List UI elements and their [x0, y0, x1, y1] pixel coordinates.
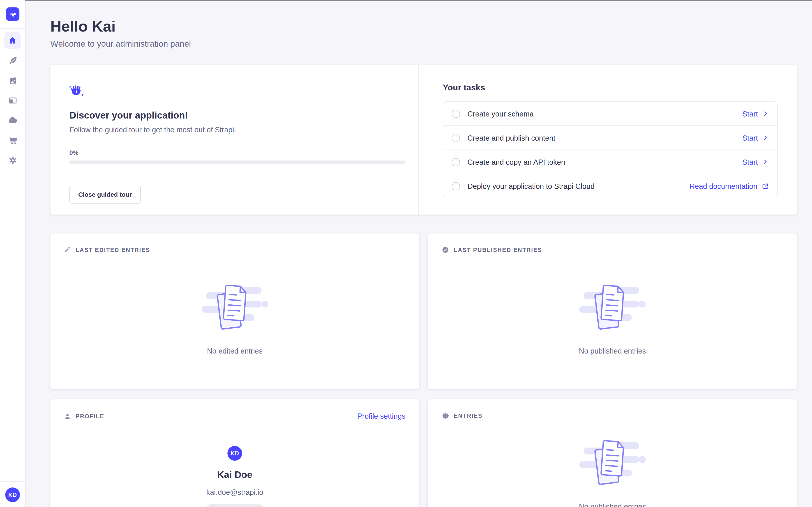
empty-state: No published entries	[428, 282, 797, 355]
home-icon	[8, 36, 17, 45]
last-published-entries-card: LAST PUBLISHED ENTRIES	[428, 233, 797, 389]
page-subtitle: Welcome to your administration panel	[51, 39, 797, 49]
sidebar-item-marketplace[interactable]	[4, 131, 21, 149]
user-icon	[64, 412, 71, 419]
profile-role-badge	[205, 504, 264, 507]
profile-body: KD Kai Doe kai.doe@strapi.io	[51, 421, 419, 507]
task-row[interactable]: Deploy your application to Strapi Cloud …	[443, 174, 777, 198]
task-label: Create and publish content	[467, 133, 555, 142]
task-status-circle	[452, 182, 460, 190]
task-status-circle	[452, 133, 460, 142]
puzzle-icon	[442, 412, 449, 419]
gear-icon	[8, 155, 17, 165]
cart-icon	[8, 135, 17, 145]
card-header-label: PROFILE	[75, 413, 104, 419]
profile-settings-link[interactable]: Profile settings	[357, 412, 406, 420]
sidebar: KD	[0, 0, 26, 507]
sidebar-item-content-type-builder[interactable]	[4, 92, 21, 109]
card-header: ENTRIES	[442, 412, 783, 419]
feather-icon	[8, 55, 17, 65]
card-header: LAST PUBLISHED ENTRIES	[442, 246, 783, 253]
task-status-circle	[452, 158, 460, 166]
task-start-link[interactable]: Start	[742, 158, 769, 166]
close-guided-tour-button[interactable]: Close guided tour	[69, 186, 141, 204]
profile-name: Kai Doe	[51, 469, 419, 480]
waving-hand-icon	[69, 84, 84, 98]
task-action-label: Read documentation	[690, 182, 757, 190]
card-header: LAST EDITED ENTRIES	[64, 246, 406, 253]
guided-tour-card: Discover your application! Follow the gu…	[51, 65, 797, 215]
progress-bar	[69, 161, 405, 164]
sidebar-item-home[interactable]	[4, 32, 21, 49]
profile-email: kai.doe@strapi.io	[51, 488, 419, 497]
sidebar-item-cloud[interactable]	[4, 112, 21, 129]
progress-label: 0%	[69, 149, 405, 156]
tasks-title: Your tasks	[443, 83, 778, 93]
guided-tour-intro: Discover your application! Follow the gu…	[51, 65, 419, 215]
tasks-list: Create your schema Start Create and publ…	[443, 101, 778, 198]
task-row[interactable]: Create your schema Start	[443, 102, 777, 125]
last-edited-entries-card: LAST EDITED ENTRIES	[51, 233, 419, 389]
chevron-right-icon	[762, 134, 769, 141]
entries-card: ENTRIES	[428, 399, 797, 507]
empty-documents-illustration	[202, 282, 268, 333]
task-label: Deploy your application to Strapi Cloud	[467, 182, 595, 190]
task-start-link[interactable]: Start	[742, 110, 769, 118]
main-content: Hello Kai Welcome to your administration…	[25, 0, 812, 507]
window-top-edge	[25, 0, 812, 1]
user-avatar[interactable]: KD	[5, 488, 20, 502]
card-header-label: ENTRIES	[454, 412, 483, 419]
empty-state-text: No published entries	[428, 502, 797, 507]
task-status-circle	[452, 110, 460, 118]
card-header-label: LAST EDITED ENTRIES	[75, 246, 150, 252]
card-header: PROFILE Profile settings	[64, 412, 406, 420]
empty-state-text: No published entries	[428, 347, 797, 355]
task-row[interactable]: Create and publish content Start	[443, 125, 777, 150]
cloud-icon	[7, 115, 18, 125]
sidebar-item-settings[interactable]	[4, 152, 21, 169]
empty-documents-illustration	[579, 282, 645, 333]
strapi-admin-homepage: KD Hello Kai Welcome to your administrat…	[0, 0, 812, 507]
profile-card: PROFILE Profile settings KD Kai Doe kai.…	[51, 399, 419, 507]
external-link-icon	[761, 182, 769, 190]
task-action-label: Start	[742, 158, 758, 166]
pencil-icon	[64, 246, 71, 253]
task-row[interactable]: Create and copy an API token Start	[443, 150, 777, 174]
profile-avatar: KD	[227, 446, 242, 461]
empty-documents-illustration	[579, 437, 645, 489]
task-action-label: Start	[742, 133, 758, 142]
chevron-right-icon	[762, 158, 769, 165]
check-circle-icon	[442, 246, 449, 253]
task-action-label: Start	[742, 110, 758, 118]
task-start-link[interactable]: Start	[742, 133, 769, 142]
strapi-logo[interactable]	[6, 7, 19, 21]
sidebar-divider	[0, 29, 25, 29]
strapi-logo-icon	[9, 10, 16, 18]
empty-state: No published entries	[428, 437, 797, 507]
task-read-documentation-link[interactable]: Read documentation	[690, 182, 769, 190]
empty-state: No edited entries	[51, 282, 419, 355]
layout-icon	[8, 95, 17, 105]
your-tasks-section: Your tasks Create your schema Start	[419, 65, 797, 215]
empty-state-text: No edited entries	[51, 347, 419, 355]
card-header-label: LAST PUBLISHED ENTRIES	[454, 246, 542, 253]
media-icon	[8, 75, 17, 85]
chevron-right-icon	[762, 110, 769, 117]
guided-tour-subtitle: Follow the guided tour to get the most o…	[69, 125, 405, 134]
task-label: Create your schema	[467, 110, 534, 118]
sidebar-item-media-library[interactable]	[4, 72, 21, 89]
sidebar-user: KD	[0, 481, 25, 507]
sidebar-nav	[4, 32, 21, 171]
guided-tour-title: Discover your application!	[69, 110, 405, 121]
task-label: Create and copy an API token	[467, 158, 565, 166]
sidebar-item-content-manager[interactable]	[4, 52, 21, 69]
page-title: Hello Kai	[51, 17, 797, 35]
